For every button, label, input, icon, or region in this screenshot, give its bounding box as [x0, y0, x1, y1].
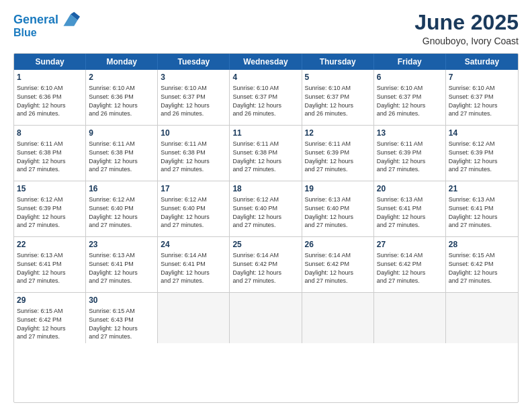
- calendar-cell: 8Sunrise: 6:11 AMSunset: 6:38 PMDaylight…: [14, 126, 86, 181]
- calendar-cell: [158, 293, 230, 343]
- calendar-cell: 6Sunrise: 6:10 AMSunset: 6:37 PMDaylight…: [374, 70, 446, 125]
- calendar-cell: [374, 293, 446, 343]
- day-number: 8: [17, 128, 83, 138]
- calendar-cell: 11Sunrise: 6:11 AMSunset: 6:38 PMDayligh…: [230, 126, 302, 181]
- cell-info: Sunrise: 6:13 AMSunset: 6:40 PMDaylight:…: [305, 195, 371, 229]
- calendar-cell: 13Sunrise: 6:11 AMSunset: 6:39 PMDayligh…: [374, 126, 446, 181]
- day-number: 4: [232, 72, 298, 83]
- cell-info: Sunrise: 6:15 AMSunset: 6:43 PMDaylight:…: [89, 307, 154, 340]
- day-number: 6: [377, 72, 443, 83]
- cell-info: Sunrise: 6:13 AMSunset: 6:41 PMDaylight:…: [89, 251, 154, 285]
- day-number: 2: [89, 72, 154, 83]
- title-block: June 2025 Gnouboyo, Ivory Coast: [414, 11, 519, 46]
- day-number: 14: [449, 128, 515, 138]
- calendar-row-1: 1Sunrise: 6:10 AMSunset: 6:36 PMDaylight…: [14, 70, 518, 125]
- logo: General Blue: [13, 11, 80, 39]
- cell-info: Sunrise: 6:14 AMSunset: 6:42 PMDaylight:…: [377, 251, 443, 285]
- header-friday: Friday: [374, 54, 446, 70]
- logo-text: General: [13, 13, 58, 27]
- cell-info: Sunrise: 6:11 AMSunset: 6:38 PMDaylight:…: [17, 140, 83, 173]
- calendar-cell: 10Sunrise: 6:11 AMSunset: 6:38 PMDayligh…: [158, 126, 230, 181]
- cell-info: Sunrise: 6:11 AMSunset: 6:38 PMDaylight:…: [232, 140, 298, 173]
- day-number: 22: [17, 239, 83, 250]
- calendar-cell: 21Sunrise: 6:13 AMSunset: 6:41 PMDayligh…: [446, 181, 518, 236]
- day-number: 7: [449, 72, 515, 83]
- calendar-cell: 30Sunrise: 6:15 AMSunset: 6:43 PMDayligh…: [86, 293, 158, 343]
- calendar-row-4: 22Sunrise: 6:13 AMSunset: 6:41 PMDayligh…: [14, 236, 518, 292]
- cell-info: Sunrise: 6:14 AMSunset: 6:42 PMDaylight:…: [232, 251, 298, 285]
- calendar-cell: 2Sunrise: 6:10 AMSunset: 6:36 PMDaylight…: [86, 70, 158, 125]
- calendar-cell: 29Sunrise: 6:15 AMSunset: 6:42 PMDayligh…: [14, 293, 86, 343]
- cell-info: Sunrise: 6:12 AMSunset: 6:40 PMDaylight:…: [161, 195, 226, 229]
- day-number: 12: [305, 128, 371, 138]
- calendar-cell: 20Sunrise: 6:13 AMSunset: 6:41 PMDayligh…: [374, 181, 446, 236]
- month-title: June 2025: [414, 11, 519, 34]
- day-number: 29: [17, 295, 83, 306]
- calendar-cell: 28Sunrise: 6:15 AMSunset: 6:42 PMDayligh…: [446, 237, 518, 292]
- cell-info: Sunrise: 6:11 AMSunset: 6:39 PMDaylight:…: [305, 140, 371, 173]
- calendar-cell: 5Sunrise: 6:10 AMSunset: 6:37 PMDaylight…: [302, 70, 374, 125]
- calendar-cell: 15Sunrise: 6:12 AMSunset: 6:39 PMDayligh…: [14, 181, 86, 236]
- day-number: 16: [89, 183, 154, 194]
- cell-info: Sunrise: 6:15 AMSunset: 6:42 PMDaylight:…: [17, 307, 83, 340]
- cell-info: Sunrise: 6:12 AMSunset: 6:39 PMDaylight:…: [17, 195, 83, 229]
- day-number: 23: [89, 239, 154, 250]
- day-number: 18: [232, 183, 298, 194]
- day-number: 17: [161, 183, 226, 194]
- header: General Blue June 2025 Gnouboyo, Ivory C…: [13, 11, 519, 46]
- day-number: 19: [305, 183, 371, 194]
- calendar-cell: [302, 293, 374, 343]
- day-number: 13: [377, 128, 443, 138]
- calendar-cell: 9Sunrise: 6:11 AMSunset: 6:38 PMDaylight…: [86, 126, 158, 181]
- cell-info: Sunrise: 6:13 AMSunset: 6:41 PMDaylight:…: [449, 195, 515, 229]
- cell-info: Sunrise: 6:10 AMSunset: 6:37 PMDaylight:…: [449, 84, 515, 118]
- cell-info: Sunrise: 6:11 AMSunset: 6:38 PMDaylight:…: [161, 140, 226, 173]
- header-tuesday: Tuesday: [158, 54, 230, 70]
- calendar-cell: 1Sunrise: 6:10 AMSunset: 6:36 PMDaylight…: [14, 70, 86, 125]
- cell-info: Sunrise: 6:12 AMSunset: 6:40 PMDaylight:…: [89, 195, 154, 229]
- day-number: 10: [161, 128, 226, 138]
- cell-info: Sunrise: 6:10 AMSunset: 6:37 PMDaylight:…: [161, 84, 226, 118]
- calendar-cell: 14Sunrise: 6:12 AMSunset: 6:39 PMDayligh…: [446, 126, 518, 181]
- calendar: Sunday Monday Tuesday Wednesday Thursday…: [13, 53, 519, 403]
- header-monday: Monday: [86, 54, 158, 70]
- day-number: 26: [305, 239, 371, 250]
- calendar-row-3: 15Sunrise: 6:12 AMSunset: 6:39 PMDayligh…: [14, 181, 518, 236]
- cell-info: Sunrise: 6:14 AMSunset: 6:42 PMDaylight:…: [305, 251, 371, 285]
- header-saturday: Saturday: [446, 54, 518, 70]
- day-number: 9: [89, 128, 154, 138]
- cell-info: Sunrise: 6:10 AMSunset: 6:37 PMDaylight:…: [377, 84, 443, 118]
- calendar-cell: 24Sunrise: 6:14 AMSunset: 6:41 PMDayligh…: [158, 237, 230, 292]
- calendar-cell: [446, 293, 518, 343]
- page: General Blue June 2025 Gnouboyo, Ivory C…: [0, 0, 532, 411]
- day-number: 28: [449, 239, 515, 250]
- calendar-body: 1Sunrise: 6:10 AMSunset: 6:36 PMDaylight…: [14, 70, 518, 343]
- calendar-header: Sunday Monday Tuesday Wednesday Thursday…: [14, 54, 518, 70]
- cell-info: Sunrise: 6:13 AMSunset: 6:41 PMDaylight:…: [17, 251, 83, 285]
- cell-info: Sunrise: 6:10 AMSunset: 6:36 PMDaylight:…: [89, 84, 154, 118]
- calendar-cell: 27Sunrise: 6:14 AMSunset: 6:42 PMDayligh…: [374, 237, 446, 292]
- day-number: 25: [232, 239, 298, 250]
- day-number: 15: [17, 183, 83, 194]
- cell-info: Sunrise: 6:10 AMSunset: 6:36 PMDaylight:…: [17, 84, 83, 118]
- day-number: 11: [232, 128, 298, 138]
- header-wednesday: Wednesday: [230, 54, 302, 70]
- day-number: 5: [305, 72, 371, 83]
- calendar-cell: 22Sunrise: 6:13 AMSunset: 6:41 PMDayligh…: [14, 237, 86, 292]
- cell-info: Sunrise: 6:12 AMSunset: 6:39 PMDaylight:…: [449, 140, 515, 173]
- subtitle: Gnouboyo, Ivory Coast: [414, 36, 519, 46]
- calendar-cell: 16Sunrise: 6:12 AMSunset: 6:40 PMDayligh…: [86, 181, 158, 236]
- calendar-row-5: 29Sunrise: 6:15 AMSunset: 6:42 PMDayligh…: [14, 292, 518, 343]
- day-number: 20: [377, 183, 443, 194]
- calendar-cell: 26Sunrise: 6:14 AMSunset: 6:42 PMDayligh…: [302, 237, 374, 292]
- day-number: 21: [449, 183, 515, 194]
- cell-info: Sunrise: 6:13 AMSunset: 6:41 PMDaylight:…: [377, 195, 443, 229]
- calendar-cell: 18Sunrise: 6:12 AMSunset: 6:40 PMDayligh…: [230, 181, 302, 236]
- cell-info: Sunrise: 6:15 AMSunset: 6:42 PMDaylight:…: [449, 251, 515, 285]
- cell-info: Sunrise: 6:11 AMSunset: 6:39 PMDaylight:…: [377, 140, 443, 173]
- day-number: 27: [377, 239, 443, 250]
- day-number: 1: [17, 72, 83, 83]
- calendar-cell: 17Sunrise: 6:12 AMSunset: 6:40 PMDayligh…: [158, 181, 230, 236]
- header-sunday: Sunday: [14, 54, 86, 70]
- calendar-cell: 12Sunrise: 6:11 AMSunset: 6:39 PMDayligh…: [302, 126, 374, 181]
